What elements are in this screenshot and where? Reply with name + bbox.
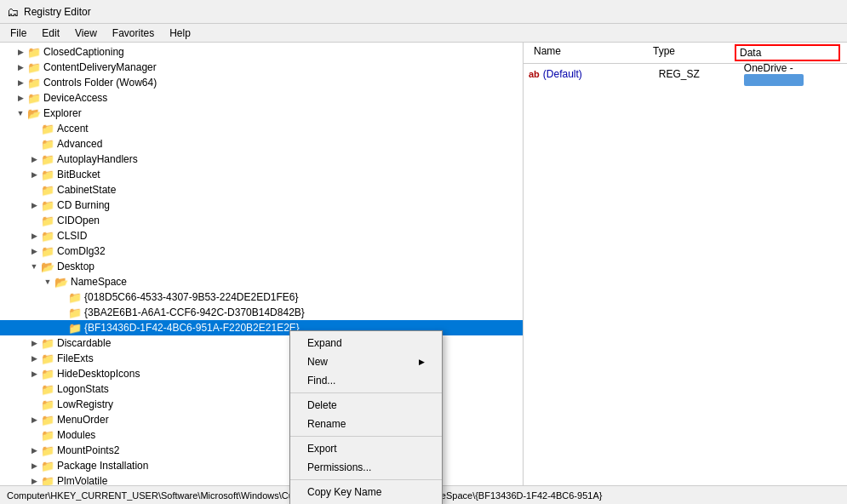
expander-closedcaptioning[interactable] bbox=[14, 45, 27, 59]
label-explorer: Explorer bbox=[43, 107, 82, 119]
tree-item-modules[interactable]: 📁 Modules bbox=[0, 427, 523, 443]
tree-item-closedcaptioning[interactable]: 📁 ClosedCaptioning bbox=[0, 44, 523, 60]
folder-icon: 📁 bbox=[27, 45, 41, 59]
expander-bb[interactable] bbox=[27, 168, 41, 181]
expander-cdb[interactable] bbox=[27, 198, 41, 212]
tree-item-deviceaccess[interactable]: 📁 DeviceAccess bbox=[0, 90, 523, 106]
label-cdm: ContentDeliveryManager bbox=[43, 61, 157, 73]
folder-icon: 📁 bbox=[41, 244, 54, 258]
tree-item-bitbucket[interactable]: 📁 BitBucket bbox=[0, 167, 523, 182]
right-header: Name Type Data bbox=[524, 43, 847, 64]
label-pi: Package Installation bbox=[57, 460, 148, 472]
tree-item-namespace[interactable]: 📂 NameSpace bbox=[0, 274, 523, 289]
expander-da[interactable] bbox=[14, 91, 27, 105]
ctx-separator-2 bbox=[290, 436, 442, 437]
label-desktop: Desktop bbox=[57, 261, 94, 272]
tree-item-accent[interactable]: 📁 Accent bbox=[0, 121, 523, 136]
expander-namespace[interactable] bbox=[41, 275, 54, 289]
expander-cf[interactable] bbox=[14, 76, 27, 89]
tree-item-desktop[interactable]: 📂 Desktop bbox=[0, 259, 523, 274]
registry-tree[interactable]: 📁 ClosedCaptioning 📁 ContentDeliveryMana… bbox=[0, 43, 523, 504]
tree-item-cdburning[interactable]: 📁 CD Burning bbox=[0, 198, 523, 213]
tree-item-clsid[interactable]: 📁 CLSID bbox=[0, 228, 523, 243]
expander-disc[interactable] bbox=[27, 336, 41, 350]
expander-mp2[interactable] bbox=[27, 444, 41, 457]
registry-row-default[interactable]: ab (Default) REG_SZ OneDrive - bbox=[525, 66, 845, 83]
tree-item-guid1[interactable]: 📁 {018D5C66-4533-4307-9B53-224DE2ED1FE6} bbox=[0, 289, 523, 305]
tree-item-guid2[interactable]: 📁 {3BA2E6B1-A6A1-CCF6-942C-D370B14D842B} bbox=[0, 305, 523, 320]
label-clsid: CLSID bbox=[57, 230, 87, 242]
folder-icon: 📁 bbox=[27, 76, 41, 89]
tree-item-discardable[interactable]: 📁 Discardable bbox=[0, 335, 523, 351]
expander-explorer[interactable] bbox=[14, 106, 27, 120]
expander-pi[interactable] bbox=[27, 459, 41, 472]
ctx-item-new[interactable]: New ▶ bbox=[290, 352, 442, 371]
tree-item-cidopen[interactable]: 📁 CIDOpen bbox=[0, 213, 523, 228]
label-da: DeviceAccess bbox=[43, 92, 107, 104]
ctx-item-find[interactable]: Find... bbox=[290, 371, 442, 390]
col-header-type: Type bbox=[650, 44, 735, 61]
expander-aph[interactable] bbox=[27, 152, 41, 166]
label-guid3: {BF13436D-1F42-4BC6-951A-F220B2E21E2E} bbox=[84, 322, 300, 334]
tree-item-menuorder[interactable]: 📁 MenuOrder bbox=[0, 412, 523, 427]
tree-item-comdlg32[interactable]: 📁 ComDlg32 bbox=[0, 243, 523, 259]
folder-icon: 📁 bbox=[41, 336, 54, 350]
ctx-item-permissions[interactable]: Permissions... bbox=[290, 458, 442, 477]
label-bb: BitBucket bbox=[57, 169, 100, 180]
tree-item-lowregistry[interactable]: 📁 LowRegistry bbox=[0, 397, 523, 412]
tree-item-packageinstallation[interactable]: 📁 Package Installation bbox=[0, 458, 523, 473]
label-mo: MenuOrder bbox=[57, 414, 109, 426]
folder-icon: 📁 bbox=[41, 122, 54, 135]
tree-item-logonstats[interactable]: 📁 LogonStats bbox=[0, 381, 523, 397]
label-fe: FileExts bbox=[57, 352, 94, 364]
label-closedcaptioning: ClosedCaptioning bbox=[43, 46, 124, 58]
expander-mo[interactable] bbox=[27, 413, 41, 427]
folder-icon-open: 📂 bbox=[54, 275, 68, 289]
label-guid1: {018D5C66-4533-4307-9B53-224DE2ED1FE6} bbox=[84, 291, 299, 303]
menu-favorites[interactable]: Favorites bbox=[106, 26, 161, 41]
expander-fe[interactable] bbox=[27, 352, 41, 365]
folder-icon: 📁 bbox=[41, 428, 54, 442]
menu-edit[interactable]: Edit bbox=[35, 26, 66, 41]
col-header-data: Data bbox=[735, 44, 840, 61]
submenu-arrow-icon: ▶ bbox=[419, 358, 425, 366]
label-accent: Accent bbox=[57, 123, 89, 135]
folder-icon: 📁 bbox=[41, 459, 54, 472]
app-title: Registry Editor bbox=[24, 6, 91, 18]
tree-item-mountpoints2[interactable]: 📁 MountPoints2 bbox=[0, 443, 523, 458]
tree-item-hidedesktopicons[interactable]: 📁 HideDesktopIcons bbox=[0, 366, 523, 381]
ctx-item-rename[interactable]: Rename bbox=[290, 415, 442, 433]
label-aph: AutoplayHandlers bbox=[57, 153, 138, 165]
label-cd32: ComDlg32 bbox=[57, 245, 106, 257]
tree-item-contentdeliverymanager[interactable]: 📁 ContentDeliveryManager bbox=[0, 60, 523, 75]
app-icon: 🗂 bbox=[7, 5, 19, 19]
expander-hdi[interactable] bbox=[27, 367, 41, 381]
ctx-item-export[interactable]: Export bbox=[290, 439, 442, 458]
expander-cdm[interactable] bbox=[14, 60, 27, 74]
ctx-item-copykey[interactable]: Copy Key Name bbox=[290, 483, 442, 501]
tree-item-cabinetstate[interactable]: 📁 CabinetState bbox=[0, 182, 523, 198]
expander-clsid[interactable] bbox=[27, 229, 41, 243]
tree-item-guid3[interactable]: 📁 {BF13436D-1F42-4BC6-951A-F220B2E21E2E} bbox=[0, 320, 523, 335]
tree-item-explorer[interactable]: 📂 Explorer bbox=[0, 106, 523, 121]
folder-icon: 📁 bbox=[41, 444, 54, 457]
expander-desktop[interactable] bbox=[27, 260, 41, 273]
label-cdb: CD Burning bbox=[57, 199, 110, 211]
ctx-item-expand[interactable]: Expand bbox=[290, 334, 442, 352]
tree-item-controlsfolder[interactable]: 📁 Controls Folder (Wow64) bbox=[0, 75, 523, 90]
label-mp2: MountPoints2 bbox=[57, 444, 119, 456]
tree-item-fileexts[interactable]: 📁 FileExts bbox=[0, 351, 523, 366]
menu-view[interactable]: View bbox=[68, 26, 104, 41]
tree-item-autoplayhandlers[interactable]: 📁 AutoplayHandlers bbox=[0, 152, 523, 167]
expander-cd32[interactable] bbox=[27, 244, 41, 258]
tree-item-advanced[interactable]: 📁 Advanced bbox=[0, 136, 523, 152]
menu-help[interactable]: Help bbox=[163, 26, 197, 41]
folder-icon: 📁 bbox=[68, 306, 82, 319]
folder-icon: 📁 bbox=[27, 91, 41, 105]
ctx-separator-3 bbox=[290, 479, 442, 480]
ctx-item-delete[interactable]: Delete bbox=[290, 396, 442, 415]
menu-file[interactable]: File bbox=[3, 26, 33, 41]
folder-icon-open: 📂 bbox=[41, 260, 54, 273]
folder-icon: 📁 bbox=[41, 229, 54, 243]
title-bar: 🗂 Registry Editor bbox=[0, 0, 847, 24]
